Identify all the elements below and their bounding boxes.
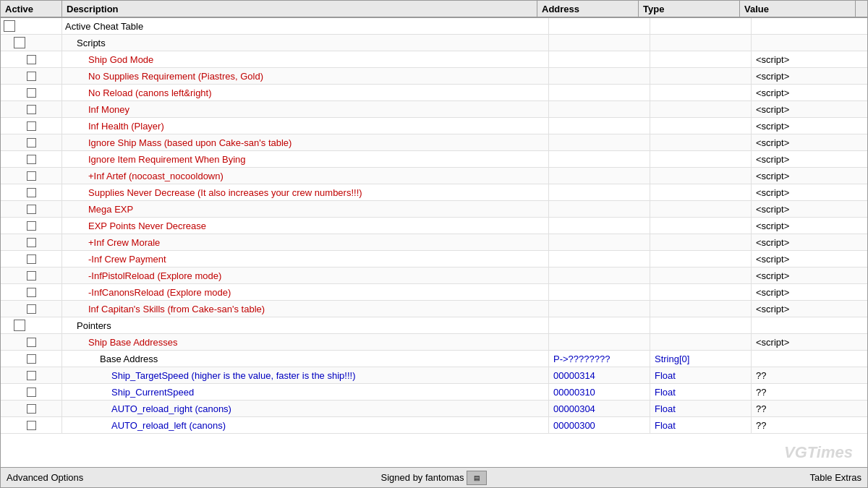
value-text: <script> xyxy=(756,337,789,348)
active-cell xyxy=(1,367,62,383)
address-value: 00000300 xyxy=(553,420,595,431)
checkbox[interactable] xyxy=(27,205,36,214)
checkbox[interactable] xyxy=(27,221,36,231)
address-cell xyxy=(549,201,650,217)
checkbox[interactable] xyxy=(27,388,36,397)
checkbox[interactable] xyxy=(27,155,36,164)
address-value: P->???????? xyxy=(553,354,610,364)
type-value: Float xyxy=(655,403,676,414)
checkbox[interactable] xyxy=(27,354,36,364)
table-row[interactable]: +Inf Artef (nocoast_nocooldown)<script> xyxy=(1,168,867,184)
address-cell xyxy=(549,334,650,350)
table-row[interactable]: No Reload (canons left&right)<script> xyxy=(1,85,867,101)
table-row[interactable]: Scripts xyxy=(1,35,867,51)
table-row[interactable]: Ship Base Addresses<script> xyxy=(1,334,867,351)
value-text: <script> xyxy=(756,71,789,82)
table-row[interactable]: Active Cheat Table xyxy=(1,18,867,35)
value-text: <script> xyxy=(756,54,789,65)
table-row[interactable]: AUTO_reload_right (canons)00000304Float?… xyxy=(1,401,867,417)
value-text: ?? xyxy=(756,420,766,431)
value-cell: <script> xyxy=(752,301,867,317)
checkbox[interactable] xyxy=(27,238,36,247)
checkbox[interactable] xyxy=(27,404,36,414)
checkbox[interactable] xyxy=(4,20,15,32)
table-row[interactable]: Ship_CurrentSpeed00000310Float?? xyxy=(1,384,867,401)
address-cell xyxy=(549,301,650,317)
row-label: Ignore Ship Mass (based upon Cake-san's … xyxy=(88,137,292,148)
value-text: <script> xyxy=(756,87,789,98)
row-label: +Inf Artef (nocoast_nocooldown) xyxy=(88,171,224,181)
address-cell xyxy=(549,184,650,200)
row-label: No Supplies Requirement (Piastres, Gold) xyxy=(88,71,263,82)
checkbox[interactable] xyxy=(27,105,36,114)
type-cell: Float xyxy=(650,401,752,416)
active-cell xyxy=(1,267,62,283)
table-body[interactable]: Active Cheat TableScriptsShip God Mode<s… xyxy=(1,18,867,467)
table-row[interactable]: Mega EXP<script> xyxy=(1,201,867,218)
type-cell xyxy=(650,68,752,84)
type-cell: String[0] xyxy=(650,351,752,367)
table-row[interactable]: Ship God Mode<script> xyxy=(1,51,867,68)
active-cell xyxy=(1,218,62,234)
value-cell: ?? xyxy=(752,401,867,416)
value-text: <script> xyxy=(756,287,789,298)
checkbox[interactable] xyxy=(27,88,36,98)
address-cell xyxy=(549,251,650,267)
value-text: <script> xyxy=(756,121,789,132)
type-cell xyxy=(650,201,752,217)
checkbox[interactable] xyxy=(27,288,36,297)
table-row[interactable]: -Inf Crew Payment<script> xyxy=(1,251,867,267)
table-row[interactable]: Ship_TargetSpeed (higher is the value, f… xyxy=(1,367,867,384)
table-row[interactable]: Ignore Ship Mass (based upon Cake-san's … xyxy=(1,134,867,151)
row-label: Ship Base Addresses xyxy=(88,337,178,348)
checkbox[interactable] xyxy=(27,188,36,197)
table-row[interactable]: Supplies Never Decrease (It also increas… xyxy=(1,184,867,201)
checkbox[interactable] xyxy=(27,171,36,181)
checkbox[interactable] xyxy=(27,72,36,81)
table-row[interactable]: +Inf Crew Morale<script> xyxy=(1,234,867,251)
table-row[interactable]: -InfCanonsReload (Explore mode)<script> xyxy=(1,284,867,301)
value-cell: <script> xyxy=(752,218,867,234)
type-cell xyxy=(650,267,752,283)
table-row[interactable]: Base AddressP->????????String[0] xyxy=(1,351,867,367)
checkbox[interactable] xyxy=(14,37,25,48)
checkbox[interactable] xyxy=(14,320,25,331)
checkbox[interactable] xyxy=(27,138,36,147)
checkbox[interactable] xyxy=(27,121,36,131)
table-row[interactable]: Pointers xyxy=(1,317,867,334)
table-row[interactable]: EXP Points Never Decrease<script> xyxy=(1,218,867,234)
checkbox[interactable] xyxy=(27,304,36,314)
description-cell: Ignore Ship Mass (based upon Cake-san's … xyxy=(62,134,549,150)
table-row[interactable]: No Supplies Requirement (Piastres, Gold)… xyxy=(1,68,867,85)
checkbox[interactable] xyxy=(27,55,36,64)
value-cell xyxy=(752,317,867,333)
row-label: AUTO_reload_left (canons) xyxy=(111,420,226,431)
address-cell xyxy=(549,68,650,84)
row-label: +Inf Crew Morale xyxy=(88,237,160,248)
table-row[interactable]: AUTO_reload_left (canons)00000300Float?? xyxy=(1,417,867,434)
checkbox[interactable] xyxy=(27,254,36,264)
checkbox[interactable] xyxy=(27,271,36,281)
table-row[interactable]: Inf Capitan's Skills (from Cake-san's ta… xyxy=(1,301,867,317)
value-text: <script> xyxy=(756,104,789,115)
active-cell xyxy=(1,184,62,200)
type-cell xyxy=(650,101,752,117)
value-cell xyxy=(752,351,867,367)
table-row[interactable]: Inf Health (Player)<script> xyxy=(1,118,867,134)
type-cell: Float xyxy=(650,384,752,400)
checkbox[interactable] xyxy=(27,371,36,380)
address-cell: 00000310 xyxy=(549,384,650,400)
value-cell xyxy=(752,18,867,34)
table-row[interactable]: Ignore Item Requirement When Bying<scrip… xyxy=(1,151,867,168)
address-cell: 00000314 xyxy=(549,367,650,383)
address-cell xyxy=(549,317,650,333)
description-cell: -InfCanonsReload (Explore mode) xyxy=(62,284,549,300)
table-row[interactable]: Inf Money<script> xyxy=(1,101,867,118)
value-text: ?? xyxy=(756,387,766,398)
table-row[interactable]: -InfPistolReload (Explore mode)<script> xyxy=(1,267,867,284)
checkbox[interactable] xyxy=(27,338,36,347)
description-cell: Inf Capitan's Skills (from Cake-san's ta… xyxy=(62,301,549,317)
active-cell xyxy=(1,134,62,150)
value-cell: <script> xyxy=(752,134,867,150)
checkbox[interactable] xyxy=(27,421,36,430)
